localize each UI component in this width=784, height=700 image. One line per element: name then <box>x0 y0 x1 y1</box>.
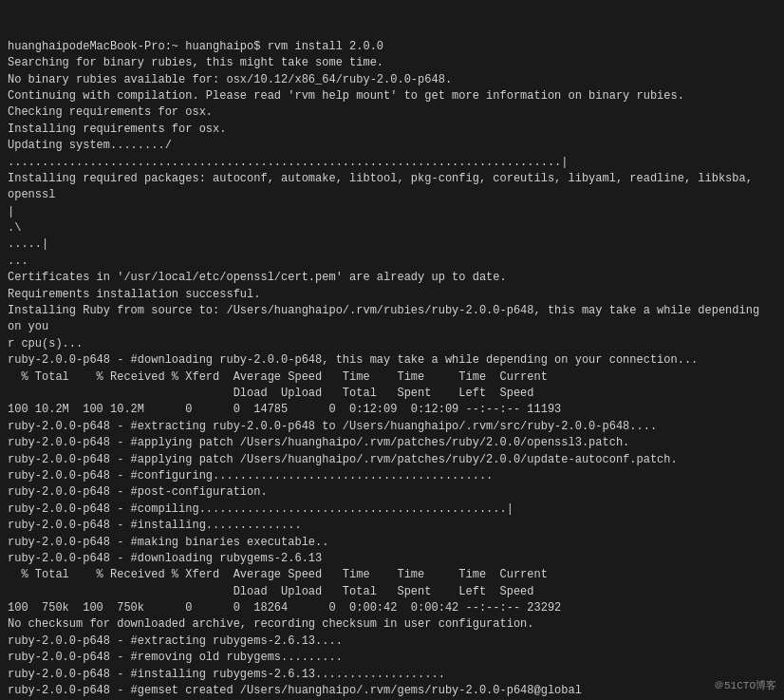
terminal-line: 100 10.2M 100 10.2M 0 0 14785 0 0:12:09 … <box>8 402 776 418</box>
terminal-window[interactable]: huanghaipodeMacBook-Pro:~ huanghaipo$ rv… <box>0 0 784 700</box>
terminal-line: Checking requirements for osx. <box>8 104 776 121</box>
terminal-line: | <box>8 204 776 220</box>
terminal-line: ruby-2.0.0-p648 - #compiling............… <box>8 501 776 518</box>
terminal-line: ruby-2.0.0-p648 - #gemset created /Users… <box>8 683 776 699</box>
terminal-line: huanghaipodeMacBook-Pro:~ huanghaipo$ rv… <box>8 39 776 55</box>
terminal-line: ruby-2.0.0-p648 - #applying patch /Users… <box>8 435 776 451</box>
terminal-line: Searching for binary rubies, this might … <box>8 55 776 71</box>
terminal-line: No binary rubies available for: osx/10.1… <box>8 72 776 88</box>
terminal-line: ruby-2.0.0-p648 - #installing...........… <box>8 518 776 534</box>
terminal-line: % Total % Received % Xferd Average Speed… <box>8 369 776 386</box>
terminal-line: No checksum for downloaded archive, reco… <box>8 616 776 633</box>
terminal-line: Installing required packages: autoconf, … <box>8 171 776 204</box>
terminal-line: ruby-2.0.0-p648 - #applying patch /Users… <box>8 452 776 468</box>
terminal-line: .\ <box>8 220 776 236</box>
terminal-line: ruby-2.0.0-p648 - #downloading rubygems-… <box>8 551 776 567</box>
terminal-line: ruby-2.0.0-p648 - #post-configuration. <box>8 484 776 501</box>
terminal-line: 100 750k 100 750k 0 0 18264 0 0:00:42 0:… <box>8 600 776 616</box>
terminal-line: Dload Upload Total Spent Left Speed <box>8 584 776 600</box>
terminal-line: Updating system......../ <box>8 138 776 154</box>
terminal-line: ruby-2.0.0-p648 - #making binaries execu… <box>8 535 776 551</box>
terminal-line: Installing requirements for osx. <box>8 122 776 138</box>
terminal-line: ruby-2.0.0-p648 - #downloading ruby-2.0.… <box>8 352 776 369</box>
terminal-line: Continuing with compilation. Please read… <box>8 88 776 104</box>
terminal-line: % Total % Received % Xferd Average Speed… <box>8 567 776 583</box>
terminal-line: Installing Ruby from source to: /Users/h… <box>8 303 776 352</box>
terminal-line: ruby-2.0.0-p648 - #removing old rubygems… <box>8 650 776 666</box>
terminal-line: .....| <box>8 236 776 253</box>
terminal-line: ........................................… <box>8 155 776 171</box>
terminal-line: ruby-2.0.0-p648 - #extracting rubygems-2… <box>8 634 776 650</box>
watermark: ＠51CTO博客 <box>714 678 776 692</box>
terminal-line: ruby-2.0.0-p648 - #configuring..........… <box>8 468 776 484</box>
terminal-line: Requirements installation successful. <box>8 287 776 303</box>
terminal-line: Dload Upload Total Spent Left Speed <box>8 386 776 402</box>
terminal-line: Certificates in '/usr/local/etc/openssl/… <box>8 270 776 286</box>
terminal-line: ... <box>8 254 776 270</box>
terminal-line: ruby-2.0.0-p648 - #extracting ruby-2.0.0… <box>8 419 776 435</box>
terminal-line: ruby-2.0.0-p648 - #installing rubygems-2… <box>8 667 776 683</box>
